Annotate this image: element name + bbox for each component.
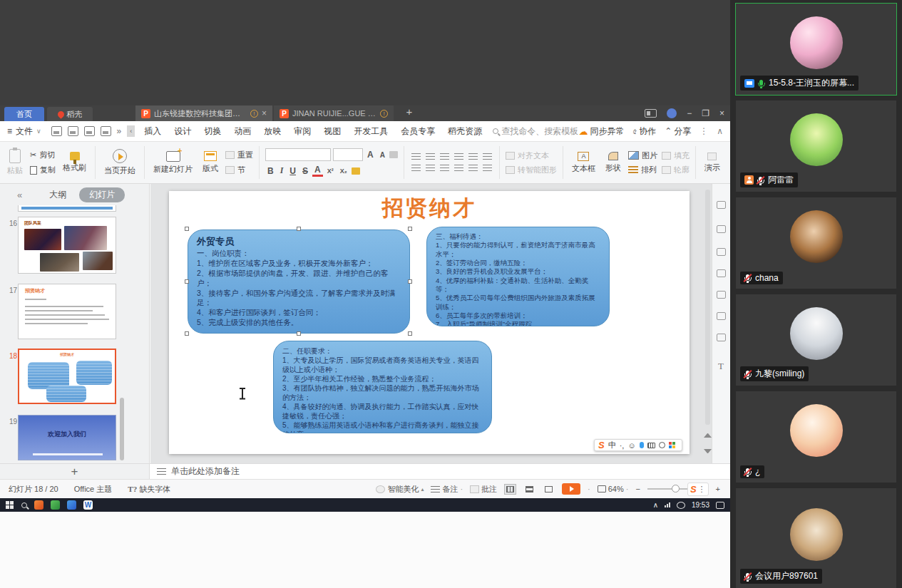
bullets-icon[interactable] bbox=[411, 153, 421, 161]
ime-settings-icon[interactable] bbox=[659, 442, 665, 448]
thumbnail-slide-19[interactable]: 欢迎加入我们 bbox=[18, 415, 116, 460]
sync-status[interactable]: ☁ 同步异常 bbox=[578, 125, 624, 138]
clear-format-icon[interactable] bbox=[389, 151, 398, 158]
cut-button[interactable]: ✂ 剪切 bbox=[30, 150, 56, 160]
menu-transition[interactable]: 切换 bbox=[198, 121, 227, 142]
notes-toggle-button[interactable]: 备注 · bbox=[431, 484, 463, 495]
text-tool-icon[interactable]: T bbox=[718, 361, 724, 372]
menu-docer-resources[interactable]: 稻壳资源 bbox=[441, 121, 488, 142]
taskbar-app-3[interactable] bbox=[67, 500, 76, 510]
doc-tab-active[interactable]: P 山东锐捷数控科技集团有限公司 ! × bbox=[135, 105, 272, 121]
indent-increase-icon[interactable] bbox=[454, 153, 463, 161]
design-pane-icon[interactable] bbox=[717, 269, 726, 277]
shapes-button[interactable]: 形状 bbox=[603, 150, 624, 175]
fill-button[interactable]: 填充 bbox=[662, 150, 690, 161]
menu-design[interactable]: 设计 bbox=[168, 121, 198, 142]
collaborate-button[interactable]: ৫ 协作 bbox=[632, 125, 656, 138]
selection-handle[interactable] bbox=[297, 227, 301, 231]
thumbnail-slide-16[interactable]: 团队风采 bbox=[18, 217, 116, 274]
new-slide-button[interactable]: 新建幻灯片 bbox=[150, 150, 195, 176]
selection-handle[interactable] bbox=[408, 331, 412, 336]
taskbar-wps-icon[interactable]: W bbox=[83, 500, 93, 510]
subscript-button[interactable]: X₂ bbox=[338, 167, 349, 175]
line-spacing-icon[interactable] bbox=[483, 153, 492, 161]
tray-expand-icon[interactable]: ∧ bbox=[653, 501, 658, 509]
selection-handle[interactable] bbox=[408, 279, 412, 284]
text-direction-icon[interactable] bbox=[468, 153, 478, 161]
start-button[interactable] bbox=[6, 501, 14, 510]
save-icon[interactable] bbox=[51, 126, 62, 136]
previous-slide-button[interactable] bbox=[704, 433, 712, 438]
ime-voice-icon[interactable] bbox=[640, 442, 644, 448]
ime-emoji-icon[interactable]: ☺ bbox=[627, 441, 635, 450]
ime-punctuation[interactable]: ·, bbox=[620, 441, 625, 450]
ime-keyboard-icon[interactable] bbox=[647, 443, 655, 448]
selection-handle[interactable] bbox=[185, 227, 189, 231]
ime-status-badge[interactable]: S ⋮ bbox=[687, 483, 709, 496]
thumbnail-slide-17[interactable]: 招贤纳才 bbox=[18, 284, 116, 339]
font-size-input[interactable] bbox=[333, 148, 363, 161]
align-left-icon[interactable] bbox=[411, 165, 421, 172]
tab-slides[interactable]: 幻灯片 bbox=[79, 187, 125, 202]
reset-button[interactable]: 重置 bbox=[225, 150, 253, 160]
align-text-button[interactable]: 对齐文本 bbox=[506, 150, 557, 161]
font-name-input[interactable] bbox=[265, 148, 331, 161]
tab-outline[interactable]: 大纲 bbox=[49, 189, 66, 201]
minimize-button[interactable]: − bbox=[687, 108, 692, 118]
network-icon[interactable] bbox=[665, 502, 670, 507]
missing-font-warning[interactable]: T? 缺失字体 bbox=[128, 484, 170, 495]
export-icon[interactable] bbox=[68, 126, 78, 136]
selection-pane-icon[interactable] bbox=[717, 312, 726, 320]
align-right-icon[interactable] bbox=[440, 165, 449, 172]
ime-toolbar[interactable]: S 中 ·, ☺ bbox=[594, 439, 682, 451]
account-avatar[interactable] bbox=[667, 108, 677, 118]
thumbnail-slide-18-selected[interactable]: 招贤纳才 bbox=[18, 349, 116, 404]
font-color-button[interactable]: A bbox=[312, 165, 323, 177]
tab-home[interactable]: 首页 bbox=[4, 107, 44, 121]
section-button[interactable]: 节 bbox=[225, 165, 253, 175]
fit-zoom-button[interactable]: 64% · bbox=[598, 485, 629, 493]
superscript-button[interactable]: X² bbox=[325, 167, 336, 175]
menu-developer[interactable]: 开发工具 bbox=[347, 121, 394, 142]
menu-insert[interactable]: 插入 bbox=[138, 121, 168, 142]
print-preview-icon[interactable] bbox=[101, 126, 111, 136]
taskbar-search-icon[interactable] bbox=[21, 502, 27, 508]
indent-decrease-icon[interactable] bbox=[440, 153, 449, 161]
taskbar-app-2[interactable] bbox=[51, 500, 60, 510]
thumbnail-scrollbar[interactable] bbox=[120, 398, 124, 460]
menu-scroll-left[interactable]: ‹ bbox=[127, 125, 135, 137]
layout-button[interactable]: 版式 bbox=[200, 150, 221, 175]
justify-icon[interactable] bbox=[454, 165, 463, 172]
comments-button[interactable]: 批注 bbox=[470, 484, 497, 495]
theme-name[interactable]: Office 主题 bbox=[74, 484, 113, 495]
selection-handle[interactable] bbox=[185, 279, 189, 284]
ime-mode[interactable]: 中 bbox=[608, 440, 616, 450]
new-tab-button[interactable]: + bbox=[401, 105, 418, 121]
menu-slideshow[interactable]: 放映 bbox=[257, 121, 287, 142]
reading-view-button[interactable] bbox=[543, 484, 555, 495]
underline-button[interactable]: U bbox=[287, 166, 298, 176]
slide-sorter-view-button[interactable] bbox=[523, 484, 535, 495]
copy-button[interactable]: 复制 bbox=[30, 165, 56, 175]
menu-review[interactable]: 审阅 bbox=[287, 121, 317, 142]
requirements-text-box[interactable]: 二、任职要求： 1、大专及以上学历，国际贸易或者商务英语相关专业，英语四级以上或… bbox=[273, 341, 492, 433]
participant-tile[interactable]: 九黎(smiling) bbox=[736, 294, 896, 386]
taskbar-app-1[interactable] bbox=[34, 500, 43, 510]
resource-icon[interactable] bbox=[717, 334, 726, 341]
clock[interactable]: 19:53 bbox=[692, 501, 709, 509]
participant-tile-sharing[interactable]: 15-5.8-王润玉的屏幕... bbox=[736, 4, 896, 95]
columns-icon[interactable] bbox=[483, 165, 492, 172]
properties-icon[interactable] bbox=[717, 201, 726, 209]
paste-button[interactable]: 粘贴 bbox=[4, 148, 26, 177]
slide-title[interactable]: 招贤纳才 bbox=[169, 194, 690, 223]
sogou-icon[interactable]: S bbox=[598, 440, 605, 450]
text-box-button[interactable]: A 文本框 bbox=[569, 150, 598, 175]
volume-icon[interactable] bbox=[677, 502, 685, 509]
close-doc-icon[interactable]: × bbox=[262, 108, 267, 118]
strikethrough-button[interactable]: S bbox=[300, 166, 310, 176]
beautify-icon[interactable] bbox=[717, 248, 726, 256]
slide-18[interactable]: 招贤纳才 外贸专员 一、岗位职责： 1、维护所在区域客户及业务，积极开发海外新客… bbox=[169, 191, 690, 454]
font-shrink-icon[interactable]: A bbox=[378, 151, 387, 159]
zoom-in-button[interactable]: + bbox=[716, 485, 720, 493]
align-center-icon[interactable] bbox=[426, 165, 435, 172]
